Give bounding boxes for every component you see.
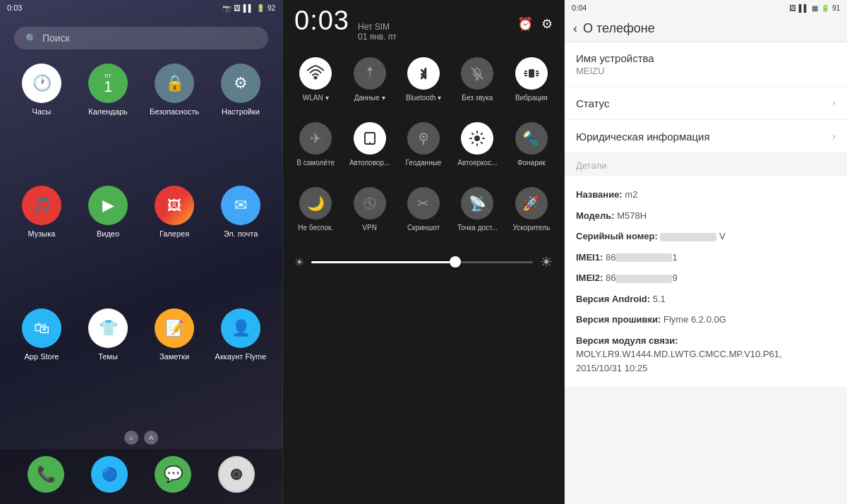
calendar-icon: пт 1	[88, 64, 128, 103]
dock-messages[interactable]: 💬	[155, 456, 191, 493]
toggle-autorotate[interactable]: Автоповор...	[342, 115, 396, 174]
music-icon: 🎵	[22, 186, 61, 225]
about-toolbar: ‹ О телефоне	[565, 16, 847, 42]
svg-line-23	[472, 133, 473, 134]
toggle-dnd[interactable]: 🌙 Не беспок.	[289, 180, 342, 239]
wlan-icon	[299, 57, 332, 90]
app-account[interactable]: 👤 Аккаунт Flyme	[210, 308, 271, 419]
detail-android: Версия Android: 5.1	[576, 289, 836, 310]
notif-sim: Нет SIM	[358, 22, 390, 32]
toggle-wlan[interactable]: WLAN ▾	[289, 50, 342, 109]
svg-point-17	[422, 136, 425, 138]
svg-line-25	[481, 133, 482, 134]
detail-serial: Серийный номер: V	[576, 226, 836, 247]
autorotate-label: Автоповор...	[349, 159, 390, 167]
account-icon: 👤	[221, 308, 260, 348]
booster-label: Ускоритель	[512, 224, 550, 232]
geodata-label: Геоданные	[406, 159, 442, 167]
silent-label: Без звука	[462, 94, 493, 102]
toggle-autobright[interactable]: Автояркос...	[450, 115, 504, 174]
notif-header-icons: ⏰ ⚙	[517, 16, 553, 32]
notifications-panel: 0:03 Нет SIM 01 янв. пт ⏰ ⚙ WLAN ▾	[282, 0, 565, 504]
svg-point-3	[315, 77, 317, 79]
quick-toggles-row1: WLAN ▾ Данные ▾ Bluetooth ▾	[283, 44, 564, 115]
about-legal-item[interactable]: Юридическая информация ›	[565, 120, 847, 153]
toggle-flashlight[interactable]: 🔦 Фонарик	[505, 115, 558, 174]
legal-label: Юридическая информация	[576, 131, 710, 143]
toggle-booster[interactable]: 🚀 Ускоритель	[505, 180, 558, 239]
signal-icon: ▌▌	[244, 4, 253, 12]
app-video[interactable]: ▶ Видео	[78, 186, 138, 296]
screenshot-label: Скриншот	[407, 224, 440, 232]
app-email[interactable]: ✉ Эл. почта	[210, 186, 271, 296]
search-icon: 🔍	[25, 33, 37, 44]
dock: 📞 🔵 💬	[0, 449, 282, 504]
home-status-icons: 📷 🖼 ▌▌ 🔋 92	[222, 4, 275, 12]
autobright-icon	[461, 122, 493, 155]
app-themes[interactable]: 👕 Темы	[78, 308, 138, 419]
notif-header: 0:03 Нет SIM 01 янв. пт ⏰ ⚙	[283, 0, 564, 44]
search-bar[interactable]: 🔍 Поиск	[14, 27, 268, 49]
app-music[interactable]: 🎵 Музыка	[11, 186, 72, 296]
app-calendar[interactable]: пт 1 Календарь	[78, 64, 138, 174]
toggle-hotspot[interactable]: 📡 Точка дост...	[450, 180, 504, 239]
notif-settings-icon[interactable]: ⚙	[541, 16, 553, 32]
svg-line-24	[481, 143, 482, 143]
toggle-screenshot[interactable]: ✂ Скриншот	[397, 180, 450, 239]
vpn-icon	[354, 187, 386, 220]
about-status-item[interactable]: Статус ›	[565, 87, 847, 120]
dock-phone[interactable]: 📞	[28, 456, 64, 493]
brightness-fill	[311, 261, 455, 263]
video-icon: ▶	[88, 186, 128, 225]
app-video-label: Видео	[97, 229, 119, 239]
about-phone-panel: 0:04 🖼 ▌▌ ▦ 🔋 91 ‹ О телефоне Имя устрой…	[565, 0, 847, 504]
flashlight-icon: 🔦	[515, 122, 548, 155]
app-notes[interactable]: 📝 Заметки	[144, 308, 205, 419]
detail-name: Название: m2	[576, 184, 836, 205]
battery-icon: 🔋	[256, 4, 265, 12]
home-screen: 0:03 📷 🖼 ▌▌ 🔋 92 🔍 Поиск 🕐 Часы пт 1 Кал…	[0, 0, 282, 504]
status-bar-home: 0:03 📷 🖼 ▌▌ 🔋 92	[0, 0, 282, 16]
autorotate-icon	[354, 122, 386, 155]
app-settings[interactable]: ⚙ Настройки	[210, 64, 271, 174]
dnd-label: Не беспок.	[298, 224, 333, 232]
toggle-airplane[interactable]: ✈ В самолёте	[289, 115, 342, 174]
booster-icon: 🚀	[515, 187, 548, 220]
about-device-name-item: Имя устройства MEIZU	[565, 42, 847, 87]
data-label: Данные ▾	[354, 94, 385, 102]
dock-browser[interactable]: 🔵	[91, 456, 128, 493]
alarm-icon[interactable]: ⏰	[517, 16, 533, 32]
toggle-silent[interactable]: Без звука	[450, 50, 504, 109]
silent-icon	[461, 57, 493, 90]
hotspot-icon: 📡	[461, 187, 493, 220]
vibration-label: Вибрация	[515, 94, 548, 102]
camera-icon: 📷	[222, 4, 231, 12]
home-time: 0:03	[7, 4, 22, 12]
flashlight-label: Фонарик	[517, 159, 546, 167]
brightness-track[interactable]	[311, 261, 533, 263]
hotspot-label: Точка дост...	[457, 224, 498, 232]
vibration-icon	[515, 57, 548, 90]
back-button[interactable]: ‹	[573, 21, 577, 36]
quick-toggles-row3: 🌙 Не беспок. VPN ✂ Скриншот 📡 Точка дост…	[283, 180, 564, 245]
svg-rect-7	[529, 69, 534, 78]
device-name-block: Имя устройства MEIZU	[576, 52, 654, 76]
svg-point-15	[369, 142, 371, 143]
app-gallery[interactable]: 🖼 Галерея	[144, 186, 205, 296]
toggle-geodata[interactable]: Геоданные	[397, 115, 450, 174]
toggle-bluetooth[interactable]: Bluetooth ▾	[397, 50, 450, 109]
app-account-label: Аккаунт Flyme	[215, 352, 267, 361]
dock-camera[interactable]	[218, 456, 255, 493]
app-clock[interactable]: 🕐 Часы	[11, 64, 72, 174]
screenshot-icon: ✂	[407, 187, 440, 220]
app-gallery-label: Галерея	[160, 229, 189, 239]
notif-date: 01 янв. пт	[358, 32, 397, 42]
status-arrow-icon: ›	[832, 97, 836, 109]
app-security[interactable]: 🔒 Безопасность	[144, 64, 205, 174]
toggle-data[interactable]: Данные ▾	[342, 50, 396, 109]
themes-icon: 👕	[88, 308, 128, 348]
toggle-vpn[interactable]: VPN	[342, 180, 396, 239]
brightness-thumb[interactable]	[450, 256, 461, 268]
toggle-vibration[interactable]: Вибрация	[505, 50, 558, 109]
app-appstore[interactable]: 🛍 App Store	[11, 308, 72, 419]
